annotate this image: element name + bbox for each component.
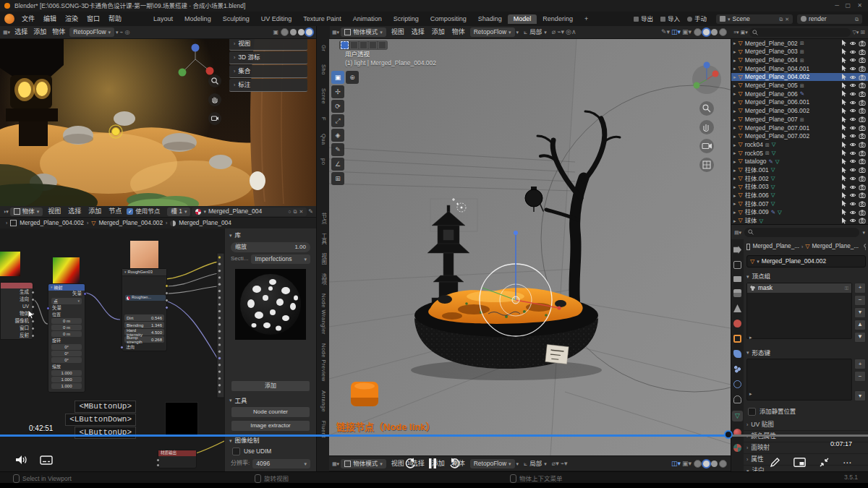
workspace-tab[interactable]: UV Editing: [255, 14, 298, 24]
outliner-row[interactable]: ▸ ▽ rock05 ⊞ ✎ ▽: [731, 149, 868, 158]
rendered-viewport[interactable]: › 视图 › 3D 游标 › 集合 › 标注: [0, 39, 316, 206]
retopoflow-menu[interactable]: RetopoFlow▾: [470, 459, 515, 468]
outliner-display-mode-icon[interactable]: ≡▾: [733, 30, 739, 35]
close-button[interactable]: ✕: [857, 3, 862, 9]
selectable-icon[interactable]: [841, 192, 847, 199]
mesh-name-field[interactable]: ▽▾ Merged_Plane_004.002: [746, 255, 866, 267]
hide-eye-icon[interactable]: [849, 82, 856, 88]
expand-icon[interactable]: ▸: [733, 117, 736, 122]
expand-icon[interactable]: ▸: [733, 218, 736, 223]
sidebar-section[interactable]: › 标注: [229, 79, 307, 92]
active-tool-icon[interactable]: ▣: [331, 71, 344, 84]
expand-icon[interactable]: ▸: [733, 83, 736, 88]
menu-item[interactable]: 渲染: [61, 16, 82, 22]
selectable-icon[interactable]: [841, 99, 847, 106]
input-socket[interactable]: [46, 307, 50, 310]
workspace-tab[interactable]: Rendering: [537, 14, 579, 24]
hide-eye-icon[interactable]: [849, 176, 856, 181]
menu-item[interactable]: 物体: [49, 29, 68, 35]
hide-eye-icon[interactable]: [849, 66, 856, 72]
selectable-icon[interactable]: [841, 65, 847, 72]
mapping-node[interactable]: ▾映射 矢量 点▾ 矢量 位置 0 m 0 m 0 m: [48, 283, 85, 393]
solid-shading-icon[interactable]: [703, 29, 710, 35]
output-socket[interactable]: [165, 306, 169, 309]
breadcrumb-object[interactable]: Merged_Plane_...: [752, 244, 799, 249]
render-camera-icon[interactable]: [859, 66, 866, 72]
render-camera-icon[interactable]: [859, 100, 866, 106]
hide-eye-icon[interactable]: [849, 108, 856, 114]
output-socket[interactable]: [165, 284, 169, 288]
menu-item[interactable]: 视图: [44, 208, 64, 215]
add-button[interactable]: 添加: [231, 380, 310, 392]
expand-icon[interactable]: ▸: [733, 66, 736, 71]
xray-icon[interactable]: ▣▾: [682, 29, 692, 35]
outliner-row[interactable]: ▸ ▽ 柱体.001 ⊞ ✎ ▽: [731, 166, 868, 174]
pin-icon[interactable]: ✎: [308, 209, 313, 215]
overlays-icon[interactable]: ▣: [273, 30, 278, 35]
sidebar-tab[interactable]: Qua: [320, 134, 326, 145]
workspace-tab[interactable]: Modeling: [179, 14, 217, 24]
wireframe-shading-icon[interactable]: [281, 28, 289, 36]
render-camera-icon[interactable]: [859, 167, 866, 173]
workspace-tab[interactable]: Compositing: [425, 14, 472, 24]
wireframe-shading-icon[interactable]: [694, 28, 702, 36]
expand-icon[interactable]: ▸: [733, 176, 736, 181]
cursor-tool-icon[interactable]: [378, 41, 386, 49]
collection-dropdown[interactable]: ▾: [116, 30, 119, 35]
node-counter-button[interactable]: Node counter: [231, 406, 310, 418]
render-camera-icon[interactable]: [859, 116, 866, 122]
workspace-tab[interactable]: Shading: [472, 14, 508, 24]
image-paint-panel-header[interactable]: ▾图像绘制: [225, 432, 316, 446]
edit-pencil-icon[interactable]: [770, 457, 780, 468]
menu-item[interactable]: 选择: [64, 208, 85, 215]
manual-button[interactable]: 手动: [684, 14, 710, 24]
expand-icon[interactable]: ▸: [733, 193, 736, 198]
sidebar-tab[interactable]: Node Preview: [320, 343, 326, 382]
expand-icon[interactable]: ▸: [733, 100, 736, 105]
selectable-icon[interactable]: [841, 209, 847, 215]
render-camera-icon[interactable]: [859, 57, 866, 63]
outliner-row[interactable]: ▸ ▽ Merged_Plane_007.001 ⊞ ✎ ▽: [731, 124, 868, 132]
show-gizmo-icon[interactable]: ✎▾: [661, 29, 670, 35]
expand-icon[interactable]: ▸: [733, 74, 736, 80]
hide-eye-icon[interactable]: [849, 74, 856, 80]
shape-key-specials-button[interactable]: ▾: [854, 390, 866, 401]
selectable-icon[interactable]: [841, 90, 847, 97]
outliner-row[interactable]: ▸ ▽ Merged_Plane_004.001 ⊞ ✎ ▽: [731, 64, 868, 73]
vertex-group-specials-button[interactable]: ▾: [854, 307, 866, 318]
select-tweak-tool-icon[interactable]: [350, 41, 358, 49]
outliner-row[interactable]: ▸ ▽ Merged_Plane_003 ⊞ ✎ ▽: [731, 48, 868, 56]
menu-item[interactable]: 视图: [388, 29, 408, 35]
expand-icon[interactable]: ▸: [733, 125, 736, 130]
sidebar-tab[interactable]: 视图: [320, 253, 326, 265]
move-down-button[interactable]: ▼: [854, 332, 866, 343]
list-expand-icon[interactable]: ▸: [747, 293, 851, 340]
render-tab-icon[interactable]: [733, 261, 741, 269]
selectable-icon[interactable]: [841, 116, 847, 123]
render-camera-icon[interactable]: [859, 91, 866, 97]
filter-funnel-icon[interactable]: ▽▾: [852, 30, 859, 35]
selectable-icon[interactable]: [841, 142, 847, 148]
sidebar-section[interactable]: › 集合: [229, 65, 307, 78]
render-camera-icon[interactable]: [859, 49, 866, 55]
hide-eye-icon[interactable]: [849, 201, 856, 207]
menu-item[interactable]: 物体: [448, 29, 469, 35]
material-shading-icon[interactable]: [711, 29, 718, 35]
outliner-row[interactable]: ▸ ▽ tatalogo ⊞ ✎ ▽: [731, 158, 868, 166]
select-lasso-tool-icon[interactable]: [369, 41, 377, 49]
hide-eye-icon[interactable]: [849, 158, 856, 164]
solid-viewport[interactable]: 用户透视 (1) light | Merged_Plane_004.002 ▣ …: [329, 39, 731, 455]
tool-tab-icon[interactable]: [733, 246, 741, 254]
breadcrumb-material[interactable]: Merged_Plane_004: [179, 220, 231, 226]
add-shape-key-button[interactable]: +: [854, 359, 866, 369]
scale-tool-icon[interactable]: ⤢: [331, 114, 344, 127]
pin-icon[interactable]: [863, 244, 866, 250]
list-expand-icon[interactable]: ▸: [747, 359, 851, 396]
hide-eye-icon[interactable]: [849, 133, 856, 139]
workspace-tab[interactable]: Texture Paint: [297, 14, 347, 24]
render-camera-icon[interactable]: [859, 184, 866, 190]
render-camera-icon[interactable]: [859, 40, 866, 46]
output-socket[interactable]: [31, 291, 35, 294]
mode-selector[interactable]: 物体模式▾: [341, 459, 386, 468]
move-up-button[interactable]: ▲: [854, 320, 866, 330]
